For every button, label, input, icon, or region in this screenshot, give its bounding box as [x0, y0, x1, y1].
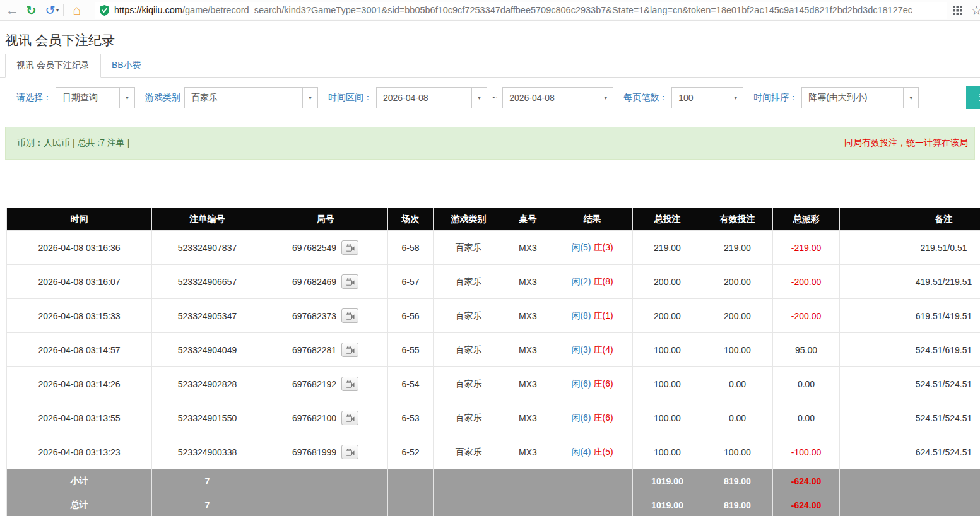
tab-label: 视讯 会员下注纪录 — [16, 60, 90, 70]
tab-bb-tip[interactable]: BB小费 — [101, 54, 152, 77]
col-header-time: 时间 — [7, 208, 152, 231]
cell-valid-bet: 100.00 — [702, 435, 773, 469]
sort-order-value[interactable]: 降幂(由大到小) — [801, 87, 904, 108]
col-header-note: 备注 — [840, 208, 980, 231]
cell-time: 2026-04-08 03:14:57 — [7, 333, 152, 367]
notice-warning-text: 同局有效投注，统一计算在该局 — [844, 138, 968, 149]
result-player: 闲(2) — [571, 276, 591, 286]
cell-bet-id: 523324905347 — [152, 299, 263, 333]
empty-cell — [388, 493, 434, 516]
search-button[interactable]: 查询 — [966, 86, 980, 109]
page-size-select[interactable]: 100 ▾ — [671, 87, 743, 108]
cell-valid-bet: 0.00 — [702, 367, 773, 401]
cell-session: 6-58 — [388, 231, 434, 265]
security-shield-icon[interactable] — [100, 5, 109, 16]
table-row: 2026-04-08 03:15:33 523324905347 6976823… — [7, 299, 980, 333]
empty-cell — [552, 493, 633, 516]
cell-valid-bet: 200.00 — [702, 299, 773, 333]
cell-round-id: 697682281 — [263, 333, 388, 367]
view-video-button[interactable] — [341, 411, 358, 425]
game-type-select[interactable]: 百家乐 ▾ — [184, 87, 318, 108]
empty-cell — [504, 469, 552, 493]
result-banker: 庄(6) — [594, 378, 613, 389]
query-type-value[interactable]: 日期查询 — [56, 87, 120, 108]
col-header-session: 场次 — [388, 208, 434, 231]
date-to-dropdown-button[interactable]: ▾ — [598, 87, 613, 108]
date-from-value[interactable]: 2026-04-08 — [376, 87, 472, 108]
cell-payout: -200.00 — [773, 265, 840, 299]
subtotal-total-bet: 1019.00 — [633, 469, 702, 493]
cell-session: 6-54 — [388, 367, 434, 401]
table-row: 2026-04-08 03:16:07 523324906657 6976824… — [7, 265, 980, 299]
undo-dropdown-caret[interactable]: ▾ — [56, 8, 59, 13]
date-from-dropdown-button[interactable]: ▾ — [472, 87, 487, 108]
query-type-dropdown-button[interactable]: ▾ — [120, 87, 135, 108]
total-valid-bet: 819.00 — [702, 493, 773, 516]
col-header-valid-bet: 有效投注 — [702, 208, 773, 231]
query-type-select[interactable]: 日期查询 ▾ — [56, 87, 135, 108]
col-header-bet-id: 注单编号 — [152, 208, 263, 231]
page-size-value[interactable]: 100 — [671, 87, 728, 108]
undo-control[interactable]: ↺ ▾ — [42, 2, 59, 19]
filter-label-page-size: 每页笔数： — [623, 92, 668, 103]
empty-cell — [263, 469, 388, 493]
view-video-button[interactable] — [341, 274, 358, 289]
cell-table-no: MX3 — [504, 333, 552, 367]
cell-session: 6-53 — [388, 401, 434, 435]
cell-bet-id: 523324902828 — [152, 367, 263, 401]
cell-round-id: 697682100 — [263, 401, 388, 435]
cell-note: 219.51/0.51 — [840, 231, 980, 265]
address-bar[interactable]: https://kiqiiu.com/game/betrecord_search… — [95, 2, 947, 19]
cell-result: 闲(4)庄(5) — [552, 435, 633, 469]
result-player: 闲(5) — [571, 242, 591, 252]
sort-order-select[interactable]: 降幂(由大到小) ▾ — [801, 87, 919, 108]
cell-game-type: 百家乐 — [434, 367, 504, 401]
table-header-row: 时间 注单编号 局号 场次 游戏类别 桌号 结果 总投注 有效投注 总派彩 备注 — [7, 208, 980, 231]
home-icon[interactable]: ⌂ — [68, 2, 85, 19]
cell-result: 闲(8)庄(1) — [552, 299, 633, 333]
view-video-button[interactable] — [341, 377, 358, 391]
cell-note: 524.51/619.51 — [840, 333, 980, 367]
refresh-icon[interactable]: ↻ — [23, 2, 40, 19]
cell-round-id: 697682373 — [263, 299, 388, 333]
date-from-picker[interactable]: 2026-04-08 ▾ — [376, 87, 487, 108]
back-icon[interactable]: ← — [4, 2, 21, 19]
table-row: 2026-04-08 03:14:57 523324904049 6976822… — [7, 333, 980, 367]
sort-order-dropdown-button[interactable]: ▾ — [904, 87, 919, 108]
date-to-picker[interactable]: 2026-04-08 ▾ — [502, 87, 613, 108]
view-video-button[interactable] — [341, 445, 358, 459]
cell-game-type: 百家乐 — [434, 333, 504, 367]
round-id-text: 697682281 — [292, 345, 336, 355]
cell-total-bet: 200.00 — [633, 265, 702, 299]
date-to-value[interactable]: 2026-04-08 — [502, 87, 598, 108]
game-type-dropdown-button[interactable]: ▾ — [303, 87, 318, 108]
cell-time: 2026-04-08 03:16:36 — [7, 231, 152, 265]
favorite-star-icon[interactable]: ☆ — [968, 2, 980, 19]
round-id-text: 697682100 — [292, 413, 336, 423]
chevron-down-icon: ▾ — [604, 95, 607, 101]
filter-label-time-range: 时间区间： — [328, 92, 372, 103]
cell-bet-id: 523324904049 — [152, 333, 263, 367]
cell-total-bet: 219.00 — [633, 231, 702, 265]
view-video-button[interactable] — [341, 240, 358, 255]
subtotal-count: 7 — [152, 469, 263, 493]
view-video-button[interactable] — [341, 343, 358, 357]
chevron-down-icon: ▾ — [126, 95, 129, 101]
result-player: 闲(6) — [571, 378, 591, 389]
tab-betrecord[interactable]: 视讯 会员下注纪录 — [5, 54, 101, 78]
url-text[interactable]: https://kiqiiu.com/game/betrecord_search… — [114, 5, 912, 15]
cell-table-no: MX3 — [504, 299, 552, 333]
cell-total-bet: 100.00 — [633, 435, 702, 469]
cell-game-type: 百家乐 — [434, 435, 504, 469]
cell-time: 2026-04-08 03:15:33 — [7, 299, 152, 333]
result-banker: 庄(8) — [594, 276, 613, 286]
apps-grid-icon[interactable] — [949, 2, 966, 19]
cell-bet-id: 523324901550 — [152, 401, 263, 435]
cell-bet-id: 523324900338 — [152, 435, 263, 469]
cell-result: 闲(3)庄(4) — [552, 333, 633, 367]
page-size-dropdown-button[interactable]: ▾ — [728, 87, 743, 108]
cell-payout: -100.00 — [773, 435, 840, 469]
tab-bar: 视讯 会员下注纪录 BB小费 — [0, 54, 980, 78]
view-video-button[interactable] — [341, 308, 358, 323]
game-type-value[interactable]: 百家乐 — [184, 87, 303, 108]
